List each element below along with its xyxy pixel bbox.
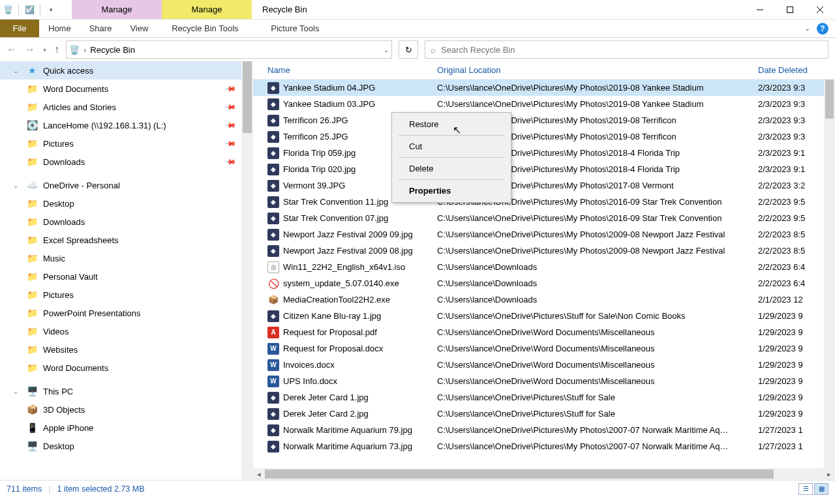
address-bar[interactable]: 🗑️ › Recycle Bin ⌄ bbox=[66, 40, 392, 59]
refresh-button[interactable]: ↻ bbox=[399, 40, 418, 59]
file-row[interactable]: ◆Terrificon 26.JPGC:\Users\lance\OneDriv… bbox=[253, 112, 835, 128]
sidebar-onedrive[interactable]: ⌄ ☁️ OneDrive - Personal bbox=[0, 176, 241, 194]
ribbon-collapse-icon[interactable]: ⌄ bbox=[804, 24, 810, 33]
search-box[interactable]: ⌕ bbox=[425, 40, 828, 59]
file-row[interactable]: ◆Florida Trip 020.jpgC:\Users\lance\OneD… bbox=[253, 161, 835, 177]
help-icon[interactable]: ? bbox=[817, 23, 828, 35]
close-button[interactable] bbox=[805, 0, 835, 19]
context-menu-item[interactable]: Delete bbox=[393, 160, 509, 177]
sidebar-item[interactable]: 📦3D Objects bbox=[0, 400, 241, 419]
file-original-location: C:\Users\lance\OneDrive\Pictures\Stuff f… bbox=[437, 393, 758, 402]
column-original-location[interactable]: Original Location bbox=[437, 65, 758, 75]
forward-button[interactable]: → bbox=[25, 44, 35, 55]
ribbon-context-subtab[interactable]: Recycle Bin Tools bbox=[160, 23, 250, 33]
qat-dropdown-icon[interactable]: ▾ bbox=[46, 5, 56, 15]
file-row[interactable]: ARequest for Proposal.pdfC:\Users\lance\… bbox=[253, 324, 835, 340]
file-row[interactable]: ◆Newport Jazz Festival 2009 09.jpgC:\Use… bbox=[253, 226, 835, 243]
file-row[interactable]: ◆Yankee Stadium 04.JPGC:\Users\lance\One… bbox=[253, 80, 835, 96]
column-name[interactable]: Name bbox=[267, 65, 437, 75]
ribbon-tab[interactable]: Home bbox=[39, 23, 80, 33]
file-original-location: C:\Users\lance\OneDrive\Pictures\Stuff f… bbox=[437, 311, 758, 321]
file-row[interactable]: ◆Florida Trip 059.jpgC:\Users\lance\OneD… bbox=[253, 145, 835, 161]
chevron-down-icon[interactable]: ⌄ bbox=[13, 388, 21, 395]
file-row[interactable]: ◆Star Trek Convention 07.jpgC:\Users\lan… bbox=[253, 210, 835, 226]
file-row[interactable]: MediaCreationTool22H2.exeC:\Users\lance\… bbox=[253, 291, 835, 308]
view-large-button[interactable]: ▦ bbox=[814, 483, 828, 495]
context-menu: RestoreCutDeleteProperties bbox=[391, 112, 511, 203]
sidebar-item[interactable]: 📁Pictures📌 bbox=[0, 134, 241, 153]
content-hscrollbar[interactable]: ◂▸ bbox=[253, 468, 835, 480]
file-row[interactable]: ◆Star Trek Convention 11.jpgC:\Users\lan… bbox=[253, 194, 835, 210]
sidebar-item[interactable]: 📁Pictures bbox=[0, 286, 241, 304]
chevron-down-icon[interactable]: ⌄ bbox=[13, 67, 21, 74]
ribbon-tab[interactable]: View bbox=[121, 23, 157, 33]
recent-dropdown-icon[interactable]: ▾ bbox=[43, 46, 46, 53]
image-icon: ◆ bbox=[267, 98, 279, 110]
context-menu-item[interactable]: Properties bbox=[393, 182, 509, 200]
window-title: Recycle Bin bbox=[252, 0, 307, 19]
file-row[interactable]: ◆Citizen Kane Blu-ray 1.jpgC:\Users\lanc… bbox=[253, 308, 835, 324]
file-tab[interactable]: File bbox=[0, 20, 39, 37]
file-row[interactable]: ◆Norwalk Maritime Aquarium 79.jpgC:\User… bbox=[253, 422, 835, 438]
sidebar-item[interactable]: 📁Excel Spreadsheets bbox=[0, 231, 241, 249]
file-row[interactable]: ◎Win11_22H2_English_x64v1.isoC:\Users\la… bbox=[253, 259, 835, 275]
ribbon-context-tab[interactable]: Manage bbox=[72, 0, 162, 19]
sidebar-item[interactable]: 📁PowerPoint Presentations bbox=[0, 304, 241, 322]
minimize-button[interactable] bbox=[745, 0, 775, 19]
file-row[interactable]: ◆Vermont 39.JPGC:\Users\lance\OneDrive\P… bbox=[253, 177, 835, 194]
image-icon: ◆ bbox=[267, 424, 279, 436]
context-menu-item[interactable]: Cut bbox=[393, 138, 509, 155]
sidebar-item[interactable]: 📁Music bbox=[0, 249, 241, 267]
folder-icon: 📁 bbox=[26, 234, 38, 246]
sidebar-item[interactable]: 🖥️Desktop bbox=[0, 437, 241, 455]
sidebar-quick-access[interactable]: ⌄ ★ Quick access bbox=[0, 61, 241, 80]
sidebar-item[interactable]: 📁Downloads📌 bbox=[0, 153, 241, 171]
file-row[interactable]: ◆Derek Jeter Card 2.jpgC:\Users\lance\On… bbox=[253, 406, 835, 422]
sidebar-this-pc[interactable]: ⌄ 🖥️ This PC bbox=[0, 382, 241, 400]
file-row[interactable]: WInvoices.docxC:\Users\lance\OneDrive\Wo… bbox=[253, 357, 835, 373]
address-dropdown-icon[interactable]: ⌄ bbox=[384, 46, 389, 53]
sidebar-item[interactable]: 📁Word Documents bbox=[0, 359, 241, 377]
ribbon-context-tab[interactable]: Manage bbox=[162, 0, 252, 19]
address-location[interactable]: Recycle Bin bbox=[90, 45, 135, 55]
file-row[interactable]: WRequest for Proposal.docxC:\Users\lance… bbox=[253, 340, 835, 357]
sidebar-item[interactable]: 📁Personal Vault bbox=[0, 267, 241, 286]
file-row[interactable]: WUPS Info.docxC:\Users\lance\OneDrive\Wo… bbox=[253, 373, 835, 389]
file-row[interactable]: ◆Terrificon 25.JPGC:\Users\lance\OneDriv… bbox=[253, 128, 835, 145]
sidebar-item[interactable]: 📁Word Documents📌 bbox=[0, 80, 241, 98]
file-row[interactable]: ◆Yankee Stadium 03.JPGC:\Users\lance\One… bbox=[253, 96, 835, 112]
sidebar-item[interactable]: 📁Videos bbox=[0, 322, 241, 340]
file-name: Star Trek Convention 11.jpg bbox=[283, 197, 388, 207]
navigation-row: ← → ▾ ↑ 🗑️ › Recycle Bin ⌄ ↻ ⌕ bbox=[0, 38, 835, 61]
sidebar-scrollbar[interactable] bbox=[241, 61, 253, 480]
file-row[interactable]: ◆Newport Jazz Festival 2009 08.jpgC:\Use… bbox=[253, 243, 835, 259]
sidebar-item[interactable]: 📁Downloads bbox=[0, 213, 241, 231]
column-date-deleted[interactable]: Date Deleted bbox=[758, 65, 835, 75]
back-button[interactable]: ← bbox=[7, 44, 17, 55]
sidebar-item[interactable]: 💽LanceHome (\\192.168.1.31) (L:)📌 bbox=[0, 116, 241, 134]
properties-qat-icon[interactable]: ☑️ bbox=[24, 5, 35, 15]
file-row[interactable]: ◆Derek Jeter Card 1.jpgC:\Users\lance\On… bbox=[253, 389, 835, 406]
ribbon-tab[interactable]: Share bbox=[80, 23, 121, 33]
chevron-right-icon[interactable]: › bbox=[84, 45, 86, 55]
sidebar-item[interactable]: 📱Apple iPhone bbox=[0, 419, 241, 437]
chevron-down-icon[interactable]: ⌄ bbox=[13, 182, 21, 189]
ribbon-context-subtab[interactable]: Picture Tools bbox=[250, 23, 340, 33]
ribbon-tabs: File HomeShareView Recycle Bin ToolsPict… bbox=[0, 20, 835, 38]
sidebar-item[interactable]: 📁Articles and Stories📌 bbox=[0, 98, 241, 116]
content-vscrollbar[interactable] bbox=[824, 80, 835, 468]
maximize-button[interactable] bbox=[775, 0, 805, 19]
file-row[interactable]: system_update_5.07.0140.exeC:\Users\lanc… bbox=[253, 275, 835, 291]
up-button[interactable]: ↑ bbox=[54, 44, 59, 55]
pc-icon: 🖥️ bbox=[26, 385, 38, 397]
file-row[interactable]: ◆Norwalk Maritime Aquarium 73.jpgC:\User… bbox=[253, 438, 835, 454]
sidebar-item[interactable]: 📁Websites bbox=[0, 340, 241, 359]
view-details-button[interactable]: ☰ bbox=[798, 483, 813, 495]
sidebar-item-label: PowerPoint Presentations bbox=[43, 308, 141, 318]
file-name: Norwalk Maritime Aquarium 79.jpg bbox=[283, 425, 412, 435]
sidebar-item[interactable]: 📁Desktop bbox=[0, 194, 241, 213]
file-name: Win11_22H2_English_x64v1.iso bbox=[283, 262, 405, 272]
file-name: UPS Info.docx bbox=[283, 376, 337, 386]
context-menu-item[interactable]: Restore bbox=[393, 115, 509, 133]
search-input[interactable] bbox=[441, 45, 823, 55]
